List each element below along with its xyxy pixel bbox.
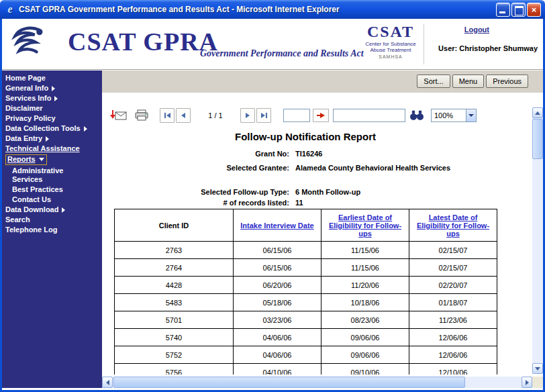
triangle-right-icon xyxy=(246,113,250,118)
print-button[interactable] xyxy=(132,107,152,124)
column-header-intake-interview-date[interactable]: Intake Interview Date xyxy=(234,209,321,242)
chevron-right-icon xyxy=(84,126,87,132)
minimize-button[interactable] xyxy=(496,3,510,17)
last-page-icon xyxy=(266,113,267,118)
column-header-link[interactable]: Latest Date of Eligibility for Follow-up… xyxy=(416,213,490,238)
sidebar-item-label: Contact Us xyxy=(12,195,51,204)
report-viewer: 1 / 1 100% Follow-up Notification Rep xyxy=(102,93,532,375)
arrow-down-icon xyxy=(535,367,540,371)
sidebar-item-contact-us[interactable]: Contact Us xyxy=(2,195,102,205)
sidebar-item-privacy-policy[interactable]: Privacy Policy xyxy=(2,113,102,124)
report-toolbar: 1 / 1 100% xyxy=(109,107,477,124)
printer-icon xyxy=(134,109,149,121)
scroll-right-button[interactable] xyxy=(522,377,532,388)
scroll-left-button[interactable] xyxy=(102,377,113,388)
scroll-down-button[interactable] xyxy=(532,363,543,374)
sidebar-item-label: Data Download xyxy=(5,205,58,214)
prev-page-button[interactable] xyxy=(176,108,191,123)
arrow-up-icon xyxy=(535,111,540,115)
table-row: 5740 04/06/06 09/06/06 12/06/06 xyxy=(115,329,497,346)
go-arrow-icon xyxy=(320,113,325,118)
scroll-up-button[interactable] xyxy=(532,107,543,118)
ie-icon: e xyxy=(4,3,16,15)
chevron-right-icon xyxy=(46,136,49,142)
sidebar-item-data-download[interactable]: Data Download xyxy=(2,205,102,215)
cell-earliest-date: 08/23/06 xyxy=(321,311,409,329)
sidebar: Home Page General Info Services Info Dis… xyxy=(2,70,102,388)
last-page-button[interactable] xyxy=(256,108,271,123)
arrow-left-icon xyxy=(106,380,109,385)
cell-intake-date: 05/18/06 xyxy=(234,294,321,311)
csat-logo-line1: Center for Substance xyxy=(363,41,418,47)
export-button[interactable] xyxy=(109,107,129,124)
window-title: CSAT GPRA Government Performance and Res… xyxy=(19,5,495,14)
sidebar-item-label: Technical Assistance xyxy=(5,144,80,153)
horizontal-scrollbar[interactable] xyxy=(102,377,532,388)
table-row: 2764 06/15/06 11/15/06 02/15/07 xyxy=(115,259,497,277)
cell-intake-date: 04/06/06 xyxy=(234,346,321,364)
field-value: 6 Month Follow-up xyxy=(295,188,360,196)
sidebar-item-disclaimer[interactable]: Disclaimer xyxy=(2,103,102,113)
report-title: Follow-up Notification Report xyxy=(114,131,497,142)
field-label: Grant No: xyxy=(102,150,289,158)
sidebar-item-search[interactable]: Search xyxy=(2,215,102,225)
sidebar-item-label: Disclaimer xyxy=(5,104,43,113)
cell-intake-date: 06/20/06 xyxy=(234,277,321,294)
sidebar-item-data-collection-tools[interactable]: Data Collection Tools xyxy=(2,124,102,134)
cell-latest-date: 02/20/07 xyxy=(409,277,497,294)
sidebar-item-label: Data Entry xyxy=(5,134,42,143)
field-value: Alameda County Behavioral Health Service… xyxy=(295,164,450,172)
vertical-scrollbar[interactable] xyxy=(532,107,543,374)
report-field-followup-type: Selected Follow-up Type: 6 Month Follow-… xyxy=(102,188,522,196)
table-row: 2763 06/15/06 11/15/06 02/15/07 xyxy=(115,242,497,259)
binoculars-icon xyxy=(409,110,424,121)
report-field-selected-grantee: Selected Grantee: Alameda County Behavio… xyxy=(102,164,522,172)
table-row: 5701 03/23/06 08/23/06 11/23/06 xyxy=(115,311,497,329)
cell-earliest-date: 09/10/06 xyxy=(321,364,409,375)
previous-button[interactable]: Previous xyxy=(486,75,528,88)
vertical-scroll-thumb[interactable] xyxy=(532,119,543,159)
find-button[interactable] xyxy=(408,107,426,124)
title-bar: e CSAT GPRA Government Performance and R… xyxy=(0,0,545,19)
column-header-latest-eligibility[interactable]: Latest Date of Eligibility for Follow-up… xyxy=(409,209,497,242)
cell-latest-date: 02/15/07 xyxy=(409,259,497,277)
cell-intake-date: 04/10/06 xyxy=(234,364,321,375)
triangle-left-icon xyxy=(181,113,185,118)
sort-button[interactable]: Sort... xyxy=(417,75,450,88)
sidebar-item-label: Home Page xyxy=(5,74,46,83)
sidebar-item-services-info[interactable]: Services Info xyxy=(2,93,102,103)
horizontal-scroll-thumb[interactable] xyxy=(113,377,465,388)
page-number-input[interactable] xyxy=(283,109,310,122)
csat-logo-name: CSAT xyxy=(363,23,418,41)
zoom-select[interactable]: 100% xyxy=(431,109,477,122)
sidebar-item-reports[interactable]: Reports xyxy=(2,154,102,166)
sidebar-item-technical-assistance[interactable]: Technical Assistance xyxy=(2,144,102,154)
sidebar-item-best-practices[interactable]: Best Practices xyxy=(2,185,102,195)
sidebar-item-telephone-log[interactable]: Telephone Log xyxy=(2,225,102,235)
go-to-page-button[interactable] xyxy=(313,109,329,122)
zoom-dropdown-button[interactable] xyxy=(466,109,476,121)
cell-latest-date: 01/18/07 xyxy=(409,294,497,311)
column-header-link[interactable]: Intake Interview Date xyxy=(240,222,314,230)
cell-client-id: 5701 xyxy=(115,311,234,329)
search-text-input[interactable] xyxy=(333,109,405,122)
field-label: # of records listed: xyxy=(102,199,289,207)
triangle-left-icon xyxy=(166,113,170,118)
sidebar-item-data-entry[interactable]: Data Entry xyxy=(2,134,102,144)
next-page-button[interactable] xyxy=(240,108,255,123)
column-header-link[interactable]: Earliest Date of Eligibility for Follow-… xyxy=(328,213,402,238)
sidebar-item-label: General Info xyxy=(5,84,48,93)
menu-button[interactable]: Menu xyxy=(452,75,485,88)
column-header-earliest-eligibility[interactable]: Earliest Date of Eligibility for Follow-… xyxy=(321,209,409,242)
sidebar-item-home-page[interactable]: Home Page xyxy=(2,73,102,83)
logout-link[interactable]: Logout xyxy=(464,26,489,34)
first-page-button[interactable] xyxy=(160,108,175,123)
page-indicator: 1 / 1 xyxy=(196,111,235,119)
close-button[interactable]: × xyxy=(527,3,541,17)
sidebar-item-administrative-services[interactable]: Administrative Services xyxy=(2,166,102,185)
sidebar-item-general-info[interactable]: General Info xyxy=(2,83,102,93)
chevron-down-icon xyxy=(468,114,474,117)
maximize-button[interactable] xyxy=(511,3,526,17)
cell-client-id: 4428 xyxy=(115,277,234,294)
csat-logo: CSAT Center for Substance Abuse Treatmen… xyxy=(363,23,418,59)
